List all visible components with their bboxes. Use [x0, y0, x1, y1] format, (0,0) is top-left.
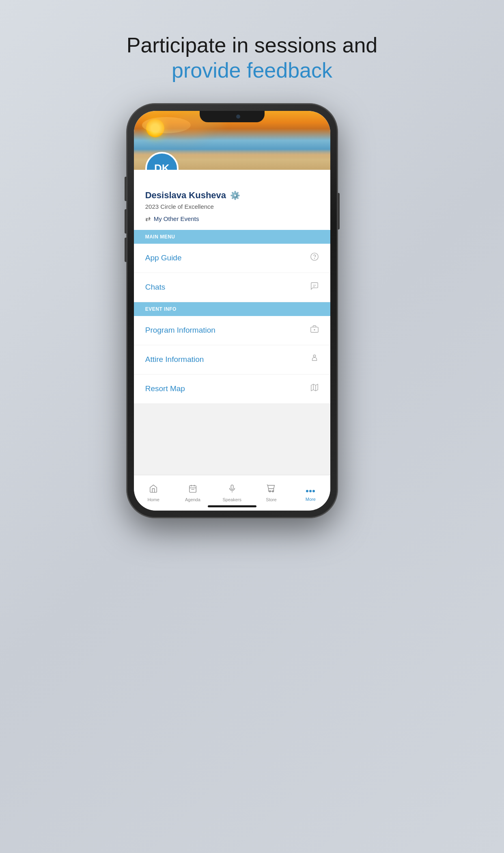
nav-item-agenda[interactable]: Agenda [173, 484, 213, 502]
profile-section: Desislava Kusheva ⚙️ 2023 Circle of Exce… [134, 170, 330, 230]
nav-label-speakers: Speakers [222, 497, 241, 502]
profile-name: Desislava Kusheva [145, 190, 226, 201]
menu-item-resort-map[interactable]: Resort Map [134, 375, 330, 404]
profile-name-row: Desislava Kusheva ⚙️ [145, 190, 319, 201]
profile-event: 2023 Circle of Excellence [145, 203, 319, 210]
svg-point-19 [312, 490, 315, 492]
question-circle-icon [310, 252, 319, 264]
svg-rect-9 [190, 486, 196, 493]
phone-screen: DK Desislava Kusheva ⚙️ 2023 Circle of E… [134, 111, 330, 511]
section-header-event: EVENT INFO [134, 302, 330, 316]
other-events-row[interactable]: ⇄ My Other Events [145, 215, 319, 223]
nav-item-home[interactable]: Home [134, 484, 173, 502]
page-background: Participate in sessions and provide feed… [127, 0, 378, 518]
sun-decoration [146, 119, 164, 137]
map-icon [310, 383, 319, 394]
page-header: Participate in sessions and provide feed… [127, 32, 378, 83]
more-icon [306, 485, 315, 495]
menu-content: MAIN MENU App Guide Chats [134, 230, 330, 511]
person-icon [310, 354, 319, 365]
avatar[interactable]: DK [145, 152, 179, 170]
phone-notch [200, 111, 265, 122]
menu-item-chats[interactable]: Chats [134, 273, 330, 302]
nav-item-store[interactable]: Store [252, 484, 291, 502]
home-indicator [208, 505, 256, 507]
nav-label-more: More [306, 497, 316, 502]
menu-item-label-app-guide: App Guide [145, 253, 182, 262]
home-icon [149, 484, 158, 496]
menu-item-attire[interactable]: Attire Information [134, 345, 330, 375]
svg-point-17 [306, 490, 308, 492]
menu-item-app-guide[interactable]: App Guide [134, 244, 330, 273]
avatar-container: DK [145, 152, 179, 170]
menu-item-label-chats: Chats [145, 283, 166, 292]
phone-device: DK Desislava Kusheva ⚙️ 2023 Circle of E… [127, 104, 338, 518]
nav-label-agenda: Agenda [185, 497, 200, 502]
menu-item-label-program: Program Information [145, 326, 215, 335]
header-line2: provide feedback [127, 58, 378, 83]
menu-item-label-resort: Resort Map [145, 384, 185, 393]
nav-label-store: Store [266, 497, 276, 502]
agenda-icon [188, 484, 197, 496]
svg-point-1 [314, 258, 314, 259]
switch-icon: ⇄ [145, 215, 151, 223]
nav-item-more[interactable]: More [291, 485, 330, 502]
svg-point-0 [311, 253, 318, 260]
svg-point-18 [309, 490, 312, 492]
header-line1: Participate in sessions and [127, 32, 378, 58]
nav-label-home: Home [147, 497, 159, 502]
avatar-initials: DK [154, 162, 170, 170]
other-events-label: My Other Events [154, 215, 199, 222]
nav-item-speakers[interactable]: Speakers [212, 484, 252, 502]
menu-item-label-attire: Attire Information [145, 355, 204, 364]
store-icon [267, 484, 276, 496]
menu-item-program-info[interactable]: Program Information [134, 316, 330, 345]
svg-marker-6 [311, 384, 318, 391]
speakers-icon [228, 484, 237, 496]
briefcase-icon [310, 325, 319, 336]
settings-icon[interactable]: ⚙️ [230, 191, 240, 200]
svg-point-5 [313, 355, 316, 357]
chat-icon [310, 281, 319, 293]
section-header-main: MAIN MENU [134, 230, 330, 244]
